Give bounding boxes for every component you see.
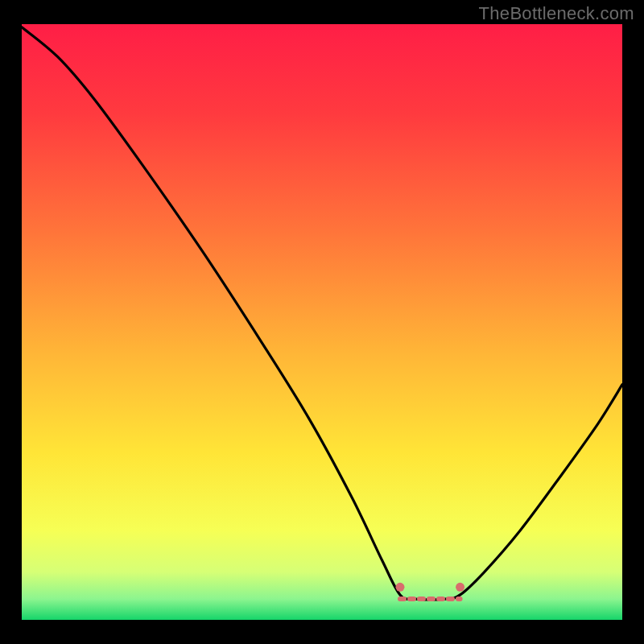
plot-background xyxy=(22,24,622,620)
marker-dot xyxy=(456,583,464,592)
chart-svg xyxy=(0,0,644,644)
attribution-text: TheBottleneck.com xyxy=(479,3,634,24)
chart-container: TheBottleneck.com xyxy=(0,0,644,644)
marker-dot xyxy=(395,583,404,592)
